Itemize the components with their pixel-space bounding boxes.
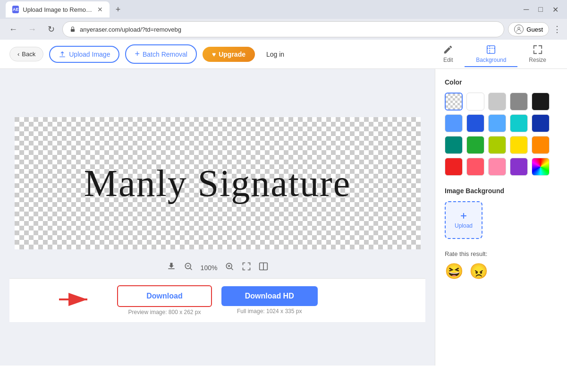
zoom-level: 100% xyxy=(201,264,218,272)
browser-tab[interactable]: AE Upload Image to Remove Bg ✕ xyxy=(6,1,110,17)
tab-title: Upload Image to Remove Bg xyxy=(23,6,93,13)
download-button[interactable]: Download xyxy=(117,285,212,307)
color-pink[interactable] xyxy=(488,158,506,176)
svg-point-1 xyxy=(518,27,520,29)
app-toolbar: ‹ Back Upload Image + Batch Removal ♥ Up… xyxy=(0,40,567,69)
download-hd-button[interactable]: Download HD xyxy=(221,286,318,306)
upgrade-label: Upgrade xyxy=(219,51,245,58)
upload-bg-label: Upload xyxy=(455,222,473,229)
upload-bg-button[interactable]: Upload xyxy=(445,201,482,239)
image-container: Manly Signature xyxy=(15,112,421,254)
minimize-button[interactable]: ─ xyxy=(521,4,532,15)
red-arrow xyxy=(57,290,94,311)
color-dark-blue[interactable] xyxy=(532,114,550,132)
download-bar: Download Preview image: 800 x 262 px Dow… xyxy=(9,278,425,322)
color-sky-blue[interactable] xyxy=(488,114,506,132)
right-panel: Color xyxy=(435,69,567,366)
profile-button[interactable]: Guest xyxy=(508,22,549,36)
fullscreen-button[interactable] xyxy=(242,262,251,273)
color-teal[interactable] xyxy=(445,136,463,154)
zoom-in-button[interactable] xyxy=(225,262,234,273)
maximize-button[interactable]: □ xyxy=(535,4,546,15)
upgrade-button[interactable]: ♥ Upgrade xyxy=(203,47,255,62)
image-bg-section: Image Background Upload xyxy=(445,187,558,239)
upload-label: Upload Image xyxy=(69,51,110,58)
svg-rect-7 xyxy=(15,117,421,249)
zoom-out-button[interactable] xyxy=(184,262,193,273)
edit-label: Edit xyxy=(443,57,453,63)
color-light-blue[interactable] xyxy=(445,114,463,132)
refresh-button[interactable]: ↻ xyxy=(43,22,59,37)
tab-edit[interactable]: Edit xyxy=(432,42,465,67)
happy-emoji-button[interactable]: 😆 xyxy=(445,262,464,280)
color-pink-red[interactable] xyxy=(466,158,484,176)
svg-line-14 xyxy=(231,268,233,270)
rate-title: Rate this result: xyxy=(445,250,558,257)
download-group: Download Preview image: 800 x 262 px xyxy=(117,285,212,315)
checkerboard-bg xyxy=(15,117,421,249)
back-label: Back xyxy=(22,51,35,58)
upload-image-button[interactable]: Upload Image xyxy=(49,46,119,63)
color-orange[interactable] xyxy=(532,136,550,154)
resize-icon xyxy=(533,44,543,55)
color-gray[interactable] xyxy=(510,93,528,111)
heart-icon: ♥ xyxy=(212,51,216,58)
batch-removal-button[interactable]: + Batch Removal xyxy=(125,44,196,64)
color-blue[interactable] xyxy=(466,114,484,132)
tab-resize[interactable]: Resize xyxy=(517,42,558,67)
login-label: Log in xyxy=(266,51,284,58)
svg-rect-2 xyxy=(487,45,495,53)
resize-label: Resize xyxy=(529,57,546,63)
color-rainbow[interactable] xyxy=(532,158,550,176)
color-yellow[interactable] xyxy=(510,136,528,154)
login-button[interactable]: Log in xyxy=(261,47,290,62)
edit-icon xyxy=(443,44,453,55)
tab-background[interactable]: Background xyxy=(465,42,517,67)
forward-nav-button[interactable]: → xyxy=(25,22,40,37)
address-text: anyeraser.com/upload/?td=removebg xyxy=(80,26,181,33)
color-green[interactable] xyxy=(466,136,484,154)
color-white[interactable] xyxy=(466,93,484,111)
color-black[interactable] xyxy=(532,93,550,111)
download-hd-label: Download HD xyxy=(245,292,294,300)
color-red[interactable] xyxy=(445,158,463,176)
canvas-area: Manly Signature 100% xyxy=(0,69,435,366)
download-label: Download xyxy=(146,292,182,300)
upload-icon xyxy=(59,51,66,58)
color-purple[interactable] xyxy=(510,158,528,176)
color-cyan[interactable] xyxy=(510,114,528,132)
color-transparent[interactable] xyxy=(445,93,463,111)
preview-info: Preview image: 800 x 262 px xyxy=(128,309,201,315)
tool-tabs: Edit Background Resize xyxy=(432,42,558,67)
full-info: Full image: 1024 x 335 px xyxy=(237,308,302,315)
close-button[interactable]: ✕ xyxy=(550,4,561,15)
emoji-row: 😆 😠 xyxy=(445,262,558,280)
svg-rect-0 xyxy=(71,29,75,32)
angry-emoji-button[interactable]: 😠 xyxy=(469,262,488,280)
background-label: Background xyxy=(476,57,506,63)
address-bar[interactable]: anyeraser.com/upload/?td=removebg xyxy=(62,21,504,37)
upload-plus-icon xyxy=(459,211,468,221)
tab-favicon: AE xyxy=(12,6,19,13)
color-section: Color xyxy=(445,78,558,176)
main-content: Manly Signature 100% xyxy=(0,69,567,366)
back-chevron-icon: ‹ xyxy=(17,51,19,58)
tab-close-button[interactable]: ✕ xyxy=(97,6,103,13)
image-bg-title: Image Background xyxy=(445,187,558,195)
profile-icon xyxy=(514,25,524,34)
back-nav-button[interactable]: ← xyxy=(6,22,21,37)
color-grid xyxy=(445,93,558,176)
color-yellow-green[interactable] xyxy=(488,136,506,154)
new-tab-button[interactable]: + xyxy=(111,3,125,16)
split-view-button[interactable] xyxy=(259,262,268,273)
color-title: Color xyxy=(445,78,558,86)
back-button[interactable]: ‹ Back xyxy=(9,47,43,61)
browser-menu-button[interactable]: ⋮ xyxy=(553,24,561,34)
background-icon xyxy=(486,44,496,55)
lock-icon xyxy=(69,26,76,33)
color-light-gray[interactable] xyxy=(488,93,506,111)
rate-section: Rate this result: 😆 😠 xyxy=(445,250,558,280)
plus-icon: + xyxy=(135,49,140,59)
pan-tool-button[interactable] xyxy=(167,262,176,273)
batch-label: Batch Removal xyxy=(143,51,187,58)
